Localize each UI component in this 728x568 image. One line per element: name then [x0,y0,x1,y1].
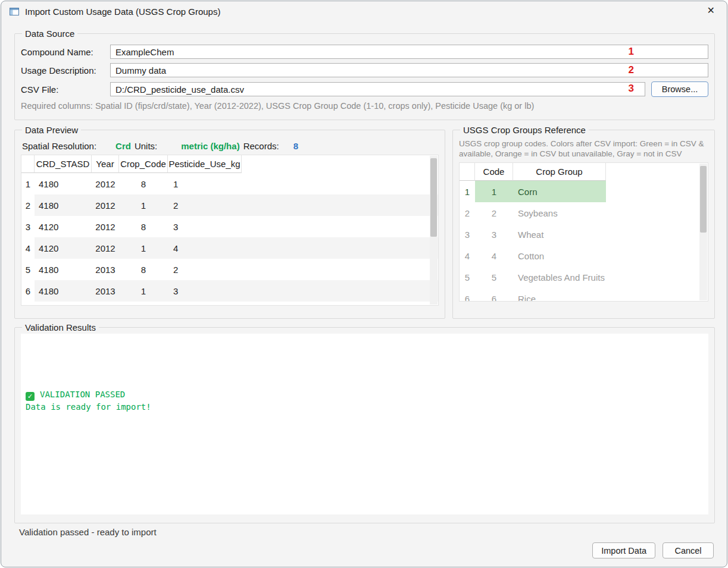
spatial-resolution-value: Crd [115,141,131,151]
cell-pesticide-use: 4 [168,237,242,259]
row-number: 3 [460,224,475,245]
usage-description-row: Usage Description: 2 [21,63,708,77]
row-number: 1 [460,181,475,202]
cancel-button[interactable]: Cancel [663,542,714,558]
title-bar: Import Custom Usage Data (USGS Crop Grou… [1,1,727,21]
preview-vertical-scrollbar[interactable] [430,156,438,305]
cell-crop-code: 1 [119,194,168,216]
cell-crop-code: 1 [119,280,168,302]
import-data-button[interactable]: Import Data [592,542,655,558]
cell-pesticide-use: 1 [168,173,242,194]
crop-groups-table: Code Crop Group 1 1 Corn 2 2 Soybeans [459,162,708,302]
compound-name-label: Compound Name: [21,47,110,57]
cell-crop-code: 1 [119,237,168,259]
cell-code: 6 [475,288,513,302]
column-header-crop-group[interactable]: Crop Group [513,163,606,181]
preview-stats: Spatial Resolution: Crd Units: metric (k… [22,141,438,151]
data-preview-legend: Data Preview [22,125,81,135]
cell-pesticide-use: 2 [168,194,242,216]
row-number: 6 [21,280,35,302]
cell-pesticide-use: 3 [168,280,242,302]
crop-group-row-rice[interactable]: 6 6 Rice [460,288,708,302]
data-preview-group: Data Preview Spatial Resolution: Crd Uni… [14,125,445,319]
csv-file-label: CSV File: [21,84,110,95]
cell-code: 1 [475,181,513,202]
table-row[interactable]: 4 4120 2012 1 4 [21,237,438,259]
table-row[interactable]: 2 4180 2012 1 2 [21,194,438,216]
column-header-pesticide-use[interactable]: Pesticide_Use_kg [168,155,242,173]
records-value: 8 [293,141,298,151]
units-label: Units: [135,141,157,151]
compound-name-input[interactable] [110,45,708,59]
crop-groups-reference-group: USGS Crop Groups Reference USGS crop gro… [452,125,715,319]
preview-table-header: CRD_STASD Year Crop_Code Pesticide_Use_k… [21,155,438,173]
table-row[interactable]: 5 4180 2013 8 2 [21,259,438,280]
crop-groups-table-header: Code Crop Group [460,163,708,181]
compound-name-row: Compound Name: 1 [21,45,708,59]
scrollbar-thumb[interactable] [700,166,707,233]
import-dialog-window: Import Custom Usage Data (USGS Crop Grou… [1,1,727,567]
browse-button[interactable]: Browse... [651,81,708,97]
cell-year: 2012 [92,216,119,237]
row-number: 5 [21,259,35,280]
csv-file-input[interactable] [110,82,645,96]
reference-vertical-scrollbar[interactable] [699,164,707,300]
cell-crop-group: Rice [513,288,606,302]
cell-code: 5 [475,266,513,288]
table-row[interactable]: 1 4180 2012 8 1 [21,173,438,194]
data-source-legend: Data Source [22,29,77,39]
cell-year: 2012 [92,237,119,259]
cell-year: 2012 [92,173,119,194]
cell-pesticide-use: 3 [168,216,242,237]
crop-group-row-soybeans[interactable]: 2 2 Soybeans [460,202,708,224]
cell-crd-stasd: 4180 [35,173,92,194]
row-number: 3 [21,216,35,237]
crop-group-row-cotton[interactable]: 4 4 Cotton [460,245,708,266]
scrollbar-thumb[interactable] [430,158,437,237]
cell-crop-code: 8 [119,173,168,194]
corner-header-cell [460,163,475,181]
crop-group-row-wheat[interactable]: 3 3 Wheat [460,224,708,245]
app-icon [10,8,19,15]
validation-ready-text: Data is ready for import! [26,401,151,413]
close-icon[interactable]: ✕ [707,6,715,15]
cell-code: 2 [475,202,513,224]
cell-year: 2013 [92,259,119,280]
header-filler [242,155,438,173]
csv-file-row: CSV File: Browse... 3 [21,81,708,97]
row-number: 2 [21,194,35,216]
column-header-crop-code[interactable]: Crop_Code [119,155,168,173]
validation-results-group: Validation Results ✓VALIDATION PASSED Da… [14,322,715,523]
cell-code: 4 [475,245,513,266]
cell-crd-stasd: 4180 [35,259,92,280]
cell-crd-stasd: 4120 [35,216,92,237]
cell-code: 3 [475,224,513,245]
usage-description-input[interactable] [110,63,708,77]
row-number: 6 [460,288,475,302]
row-number: 5 [460,266,475,288]
preview-table: CRD_STASD Year Crop_Code Pesticide_Use_k… [21,155,439,306]
column-header-crd-stasd[interactable]: CRD_STASD [35,155,92,173]
status-bar-text: Validation passed - ready to import [19,527,157,537]
header-filler [606,163,708,181]
column-header-code[interactable]: Code [475,163,513,181]
usage-description-label: Usage Description: [21,65,110,76]
cell-crop-code: 8 [119,216,168,237]
cell-crd-stasd: 4180 [35,280,92,302]
crop-group-row-vegetables-and-fruits[interactable]: 5 5 Vegetables And Fruits [460,266,708,288]
cell-year: 2013 [92,280,119,302]
check-icon: ✓ [26,392,35,401]
records-label: Records: [243,141,279,151]
annotation-number-2: 2 [629,64,634,76]
cell-crop-group: Corn [513,181,606,202]
table-row[interactable]: 6 4180 2013 1 3 [21,280,438,302]
table-row[interactable]: 3 4120 2012 8 3 [21,216,438,237]
validation-output-area: ✓VALIDATION PASSED Data is ready for imp… [21,334,708,514]
crop-group-row-corn[interactable]: 1 1 Corn [460,181,708,202]
corner-header-cell [21,155,35,173]
validation-message: ✓VALIDATION PASSED Data is ready for imp… [26,388,151,413]
cell-crop-group: Soybeans [513,202,606,224]
annotation-number-1: 1 [629,46,634,58]
column-header-year[interactable]: Year [92,155,119,173]
cell-crop-group: Vegetables And Fruits [513,266,606,288]
